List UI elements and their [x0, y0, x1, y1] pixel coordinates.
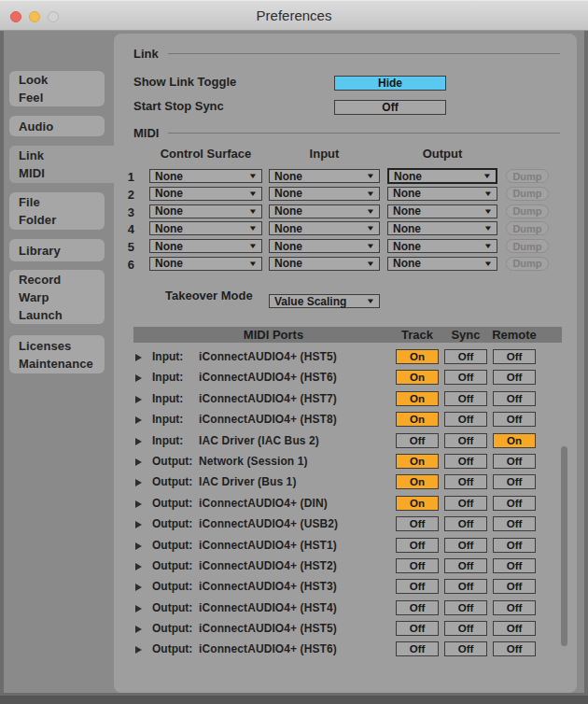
track-toggle[interactable]: Off — [396, 516, 439, 531]
track-toggle[interactable]: On — [396, 454, 439, 469]
remote-toggle[interactable]: Off — [493, 621, 536, 636]
remote-toggle[interactable]: Off — [493, 600, 536, 615]
expand-triangle-icon[interactable] — [135, 438, 142, 445]
control-surface-select[interactable]: None▼ — [149, 239, 262, 253]
sync-toggle[interactable]: Off — [444, 538, 487, 553]
control-surface-select[interactable]: None▼ — [149, 257, 262, 271]
output-select[interactable]: None▼ — [387, 187, 497, 201]
track-toggle[interactable]: Off — [396, 579, 439, 594]
sidebar-item-licenses-maintenance[interactable]: LicensesMaintenance — [9, 335, 105, 373]
expand-triangle-icon[interactable] — [135, 521, 142, 528]
dump-button[interactable]: Dump — [506, 257, 549, 271]
sync-toggle[interactable]: Off — [444, 433, 487, 448]
dump-button[interactable]: Dump — [506, 169, 549, 183]
expand-triangle-icon[interactable] — [135, 479, 142, 486]
remote-toggle[interactable]: Off — [493, 454, 536, 469]
output-select[interactable]: None▼ — [387, 221, 497, 235]
input-select[interactable]: None▼ — [269, 221, 380, 235]
dump-button[interactable]: Dump — [506, 221, 549, 235]
close-button[interactable] — [10, 11, 21, 22]
output-select[interactable]: None▼ — [387, 239, 497, 253]
remote-toggle[interactable]: Off — [493, 558, 536, 573]
remote-toggle[interactable]: Off — [493, 412, 536, 427]
sync-toggle[interactable]: Off — [444, 474, 487, 489]
control-surface-select[interactable]: None▼ — [149, 221, 262, 235]
remote-toggle[interactable]: Off — [493, 579, 536, 594]
sync-toggle[interactable]: Off — [444, 641, 487, 656]
output-select[interactable]: None▼ — [387, 204, 497, 218]
sync-toggle[interactable]: Off — [444, 579, 487, 594]
control-surface-select[interactable]: None▼ — [149, 204, 262, 218]
expand-triangle-icon[interactable] — [135, 458, 142, 466]
expand-triangle-icon[interactable] — [135, 563, 142, 570]
sidebar-item-look-feel[interactable]: LookFeel — [9, 71, 105, 106]
track-toggle[interactable]: On — [396, 474, 439, 489]
track-toggle[interactable]: Off — [396, 641, 439, 656]
track-toggle[interactable]: On — [396, 496, 439, 511]
window-body: LookFeelAudioLinkMIDIFileFolderLibraryRe… — [0, 31, 588, 696]
remote-toggle[interactable]: Off — [493, 391, 536, 406]
track-toggle[interactable]: Off — [396, 433, 439, 448]
dump-button[interactable]: Dump — [506, 239, 549, 253]
remote-toggle[interactable]: On — [493, 433, 536, 448]
sync-toggle[interactable]: Off — [444, 621, 487, 636]
minimize-button[interactable] — [29, 11, 40, 22]
expand-triangle-icon[interactable] — [135, 584, 142, 591]
sync-toggle[interactable]: Off — [444, 391, 487, 406]
sync-toggle[interactable]: Off — [444, 558, 487, 573]
sidebar-item-audio[interactable]: Audio — [9, 116, 105, 136]
track-toggle[interactable]: Off — [396, 558, 439, 573]
control-surface-select[interactable]: None▼ — [149, 187, 262, 201]
sync-toggle[interactable]: Off — [444, 454, 487, 469]
expand-triangle-icon[interactable] — [135, 646, 142, 654]
expand-triangle-icon[interactable] — [135, 396, 142, 403]
track-toggle[interactable]: On — [396, 412, 439, 427]
scrollbar-thumb[interactable] — [561, 446, 567, 646]
expand-triangle-icon[interactable] — [135, 605, 142, 612]
control-surface-select[interactable]: None▼ — [149, 169, 262, 183]
track-toggle[interactable]: On — [396, 349, 439, 364]
sync-toggle[interactable]: Off — [444, 496, 487, 511]
output-select[interactable]: None▼ — [387, 257, 497, 271]
start-stop-sync-button[interactable]: Off — [334, 100, 446, 115]
expand-triangle-icon[interactable] — [135, 354, 142, 361]
expand-triangle-icon[interactable] — [135, 416, 142, 424]
remote-toggle[interactable]: Off — [493, 496, 536, 511]
sidebar-item-file-folder[interactable]: FileFolder — [9, 192, 105, 230]
track-toggle[interactable]: Off — [396, 621, 439, 636]
track-toggle[interactable]: On — [396, 391, 439, 406]
expand-triangle-icon[interactable] — [135, 626, 142, 633]
track-toggle[interactable]: Off — [396, 600, 439, 615]
track-toggle[interactable]: Off — [396, 538, 439, 553]
sidebar-item-link-midi[interactable]: LinkMIDI — [9, 146, 119, 183]
dump-button[interactable]: Dump — [506, 204, 549, 218]
show-link-toggle-button[interactable]: Hide — [334, 76, 446, 91]
input-select[interactable]: None▼ — [269, 187, 380, 201]
input-select[interactable]: None▼ — [269, 257, 380, 271]
expand-triangle-icon[interactable] — [135, 374, 142, 382]
expand-triangle-icon[interactable] — [135, 500, 142, 508]
remote-toggle[interactable]: Off — [493, 349, 536, 364]
track-toggle[interactable]: On — [396, 370, 439, 385]
sync-toggle[interactable]: Off — [444, 370, 487, 385]
remote-toggle[interactable]: Off — [493, 516, 536, 531]
sync-toggle[interactable]: Off — [444, 516, 487, 531]
remote-toggle[interactable]: Off — [493, 474, 536, 489]
sync-toggle[interactable]: Off — [444, 600, 487, 615]
input-select[interactable]: None▼ — [269, 169, 380, 183]
dump-button[interactable]: Dump — [506, 187, 549, 201]
remote-toggle[interactable]: Off — [493, 538, 536, 553]
takeover-mode-select[interactable]: Value Scaling ▼ — [269, 294, 380, 308]
output-select[interactable]: None▼ — [387, 168, 497, 184]
sync-toggle[interactable]: Off — [444, 349, 487, 364]
expand-triangle-icon[interactable] — [135, 542, 142, 550]
remote-toggle[interactable]: Off — [493, 370, 536, 385]
input-select[interactable]: None▼ — [269, 204, 380, 218]
port-type-label: Input: — [152, 350, 199, 363]
sync-toggle[interactable]: Off — [444, 412, 487, 427]
sidebar-item-library[interactable]: Library — [9, 239, 105, 261]
sidebar-item-record-warp-launch[interactable]: RecordWarpLaunch — [9, 270, 105, 324]
input-select[interactable]: None▼ — [269, 239, 380, 253]
remote-toggle[interactable]: Off — [493, 641, 536, 656]
remote-column-header: Remote — [485, 328, 543, 342]
